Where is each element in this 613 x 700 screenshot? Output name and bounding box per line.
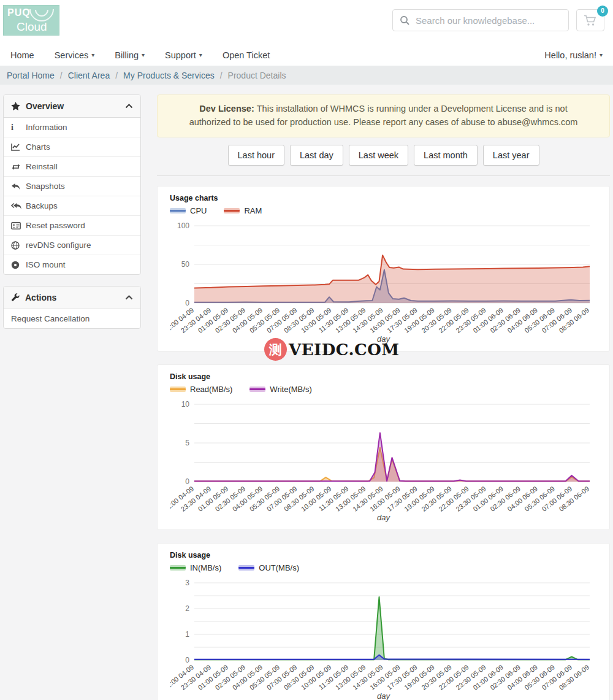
legend-label: IN(MB/s) — [190, 563, 221, 572]
star-icon — [11, 102, 20, 110]
watermark: 测 VEIDC.COM — [264, 338, 400, 361]
nav-item-open-ticket[interactable]: Open Ticket — [223, 50, 270, 60]
time-range-buttons: Last hour Last day Last week Last month … — [157, 145, 610, 166]
sidebar-item-snapshots[interactable]: Snapshots — [4, 177, 140, 196]
chart-legend: IN(MB/s) OUT(MB/s) — [170, 563, 597, 572]
actions-panel-header[interactable]: Actions — [4, 287, 140, 309]
sidebar-item-label: Reset password — [26, 221, 85, 230]
legend-swatch — [249, 387, 265, 392]
range-button-last-year[interactable]: Last year — [483, 145, 539, 166]
caret-down-icon: ▾ — [600, 52, 603, 58]
range-button-last-week[interactable]: Last week — [349, 145, 408, 166]
content: Overview i Information Charts Reinstall — [0, 85, 613, 700]
watermark-badge-icon: 测 — [264, 338, 287, 361]
svg-text:3: 3 — [185, 579, 189, 587]
cpu-ram-area-chart: 05010022:00 04-0923:30 04-0901:00 05-090… — [170, 220, 597, 334]
overview-panel-header[interactable]: Overview — [4, 95, 140, 118]
legend-swatch — [170, 387, 186, 392]
line-chart-icon — [11, 143, 22, 151]
logo-text-top: PUQ — [7, 7, 31, 18]
search-box — [392, 9, 569, 31]
user-menu[interactable]: Hello, ruslan!▾ — [544, 50, 603, 60]
breadcrumb-separator: / — [60, 71, 63, 80]
sidebar-item-request-cancellation[interactable]: Request Cancellation — [4, 309, 140, 328]
x-axis-title: day — [170, 512, 597, 526]
svg-text:2: 2 — [185, 604, 189, 613]
caret-down-icon: ▾ — [142, 52, 145, 58]
breadcrumb-my-products[interactable]: My Products & Services — [123, 71, 215, 80]
legend-swatch — [170, 208, 186, 213]
svg-text:10: 10 — [181, 400, 190, 409]
divider — [157, 175, 610, 176]
globe-icon — [11, 241, 22, 250]
breadcrumb-separator: / — [220, 71, 223, 80]
disk-usage-chart-card: Disk usage Read(MB/s) Write(MB/s) 051022… — [157, 364, 610, 530]
legend-swatch — [238, 565, 254, 571]
legend-label: RAM — [244, 206, 262, 215]
id-card-icon — [11, 222, 22, 229]
range-button-last-month[interactable]: Last month — [414, 145, 478, 166]
disk-read-write-area-chart: 051022:00 04-0923:30 04-0901:00 05-0902:… — [170, 398, 597, 512]
sidebar-item-reset-password[interactable]: Reset password — [4, 216, 140, 236]
main-area: Dev License:This installation of WHMCS i… — [157, 94, 610, 700]
chevron-up-icon — [125, 104, 133, 109]
actions-panel: Actions Request Cancellation — [3, 286, 141, 329]
dev-license-alert-title: Dev License: — [199, 104, 254, 113]
chart-title: Disk usage — [170, 372, 597, 381]
chart-title: Usage charts — [170, 194, 597, 202]
network-usage-chart-card: Disk usage IN(MB/s) OUT(MB/s) 012322:00 … — [157, 543, 610, 700]
sidebar: Overview i Information Charts Reinstall — [3, 94, 141, 700]
range-button-last-day[interactable]: Last day — [290, 145, 343, 166]
watermark-text: VEIDC.COM — [289, 340, 400, 359]
sidebar-item-revdns-configure[interactable]: revDNS configure — [4, 236, 140, 255]
dev-license-alert: Dev License:This installation of WHMCS i… — [157, 94, 610, 137]
svg-text:5: 5 — [185, 439, 189, 447]
search-icon — [400, 15, 409, 25]
cart-button[interactable]: 0 — [576, 9, 604, 31]
sidebar-item-label: Backups — [26, 201, 58, 210]
sidebar-item-label: Request Cancellation — [11, 314, 89, 323]
nav-item-billing[interactable]: Billing▾ — [115, 50, 145, 60]
svg-text:100: 100 — [177, 221, 189, 230]
legend-item-read: Read(MB/s) — [170, 385, 232, 394]
breadcrumb-client-area[interactable]: Client Area — [68, 71, 110, 80]
nav-item-services[interactable]: Services▾ — [55, 50, 95, 60]
actions-panel-title: Actions — [25, 293, 56, 302]
logo-text-bottom: Cloud — [17, 20, 47, 34]
cart-icon — [584, 15, 597, 26]
logo[interactable]: PUQ Cloud — [3, 5, 59, 36]
sidebar-item-charts[interactable]: Charts — [4, 137, 140, 157]
caret-down-icon: ▾ — [91, 52, 94, 58]
reply-all-icon — [11, 202, 22, 210]
legend-swatch — [224, 208, 240, 213]
svg-text:50: 50 — [181, 260, 190, 269]
breadcrumb-portal-home[interactable]: Portal Home — [7, 71, 55, 80]
sidebar-item-backups[interactable]: Backups — [4, 196, 140, 216]
legend-item-out: OUT(MB/s) — [238, 563, 299, 572]
range-button-last-hour[interactable]: Last hour — [228, 145, 284, 166]
header: PUQ Cloud 0 — [0, 0, 613, 44]
svg-text:1: 1 — [185, 630, 189, 639]
svg-text:0: 0 — [185, 477, 189, 486]
caret-down-icon: ▾ — [199, 52, 202, 58]
legend-label: Read(MB/s) — [190, 385, 232, 394]
sidebar-item-information[interactable]: i Information — [4, 118, 140, 137]
sidebar-item-label: Snapshots — [26, 182, 65, 191]
sidebar-item-label: ISO mount — [26, 260, 66, 269]
legend-item-write: Write(MB/s) — [249, 385, 311, 394]
chevron-up-icon — [125, 295, 133, 300]
legend-item-cpu: CPU — [170, 206, 207, 215]
nav-item-support[interactable]: Support▾ — [165, 50, 202, 60]
sidebar-item-iso-mount[interactable]: ISO mount — [4, 255, 140, 274]
circle-dot-icon — [11, 261, 22, 269]
legend-label: CPU — [190, 206, 207, 215]
legend-label: OUT(MB/s) — [259, 563, 299, 572]
sidebar-item-reinstall[interactable]: Reinstall — [4, 157, 140, 177]
chart-legend: Read(MB/s) Write(MB/s) — [170, 385, 597, 394]
chart-title: Disk usage — [170, 551, 597, 560]
breadcrumb: Portal Home / Client Area / My Products … — [0, 66, 613, 85]
cart-count-badge: 0 — [597, 6, 608, 17]
search-input[interactable] — [416, 15, 562, 26]
x-axis-title: day — [170, 691, 597, 700]
nav-item-home[interactable]: Home — [10, 50, 34, 60]
